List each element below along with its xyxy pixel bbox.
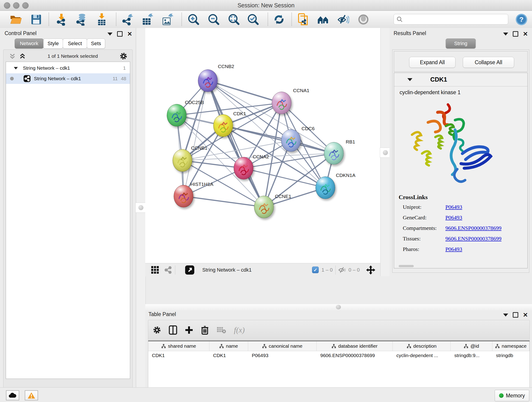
- tab-select[interactable]: Select: [63, 38, 87, 49]
- right-splitter[interactable]: [380, 28, 390, 276]
- genecard-link[interactable]: P06493: [445, 215, 462, 220]
- table-cell[interactable]: CDK1: [148, 351, 209, 361]
- tab-style[interactable]: Style: [43, 38, 63, 49]
- maximize-panel-icon[interactable]: [513, 31, 518, 37]
- import-network-button[interactable]: [54, 12, 69, 27]
- open-in-window-icon[interactable]: [185, 265, 195, 275]
- show-column-icon[interactable]: [169, 325, 177, 335]
- horizontal-splitter-handle[interactable]: [336, 305, 341, 309]
- protein-card-header[interactable]: CDK1: [394, 73, 527, 86]
- table-cell[interactable]: stringdb: [492, 351, 530, 361]
- table-cell[interactable]: stringdb:9...: [451, 351, 492, 361]
- table-cell[interactable]: P06493: [248, 351, 317, 361]
- export-image-button[interactable]: [161, 12, 175, 27]
- network-edge[interactable]: [184, 81, 208, 196]
- share-view-icon[interactable]: [164, 266, 172, 274]
- tissues-link[interactable]: 9606.ENSP00000378699: [445, 236, 501, 242]
- float-panel-icon[interactable]: [503, 32, 508, 36]
- import-network-from-database-button[interactable]: [75, 12, 89, 27]
- search-input[interactable]: [405, 16, 505, 22]
- horizontal-splitter[interactable]: [145, 304, 532, 310]
- export-network-button[interactable]: [120, 12, 134, 27]
- network-edge[interactable]: [184, 196, 264, 207]
- left-splitter-handle[interactable]: [135, 203, 146, 213]
- network-node-cdkn1a[interactable]: [316, 177, 335, 199]
- save-session-button[interactable]: [29, 12, 43, 27]
- network-node-ccnb1[interactable]: [172, 149, 192, 172]
- zoom-fit-button[interactable]: [227, 12, 241, 27]
- column-header-database-identifier[interactable]: database identifier: [317, 341, 393, 351]
- delete-column-icon[interactable]: [201, 325, 209, 335]
- expand-all-button[interactable]: Expand All: [409, 57, 456, 68]
- table-cell[interactable]: CDK1: [209, 351, 248, 361]
- open-session-button[interactable]: [9, 12, 23, 27]
- close-panel-icon[interactable]: ✕: [523, 32, 528, 36]
- network-node-ccna1[interactable]: [272, 92, 291, 114]
- network-node-ccne1[interactable]: [254, 196, 274, 218]
- column-header-description[interactable]: description: [393, 341, 451, 351]
- function-builder-icon[interactable]: f(x): [234, 326, 245, 334]
- float-panel-icon[interactable]: [503, 313, 508, 317]
- expand-all-icon[interactable]: [19, 53, 26, 60]
- column-header-name[interactable]: name: [209, 341, 248, 351]
- selected-checkbox[interactable]: ✓: [312, 267, 319, 273]
- network-canvas[interactable]: CCNB2CCNA1CDC25BCDK1CDC6RB1CCNB1CCNA2CDK…: [145, 28, 380, 263]
- compartments-link[interactable]: 9606.ENSP00000378699: [445, 225, 501, 231]
- gear-icon[interactable]: [153, 326, 161, 334]
- tab-string[interactable]: String: [446, 38, 476, 49]
- refresh-button[interactable]: [272, 12, 286, 27]
- network-edge[interactable]: [223, 126, 334, 153]
- pharos-link[interactable]: P06493: [445, 246, 462, 252]
- show-button[interactable]: [356, 12, 370, 27]
- results-scrollbar-thumb[interactable]: [399, 265, 414, 267]
- network-node-cdc6[interactable]: [281, 129, 301, 152]
- zoom-out-button[interactable]: [207, 12, 221, 27]
- search-box[interactable]: [394, 14, 508, 25]
- tab-sets[interactable]: Sets: [87, 38, 105, 49]
- collapse-all-icon[interactable]: [9, 53, 16, 60]
- network-node-ccna2[interactable]: [234, 157, 253, 179]
- column-header-canonical-name[interactable]: canonical name: [248, 341, 317, 351]
- right-splitter-handle[interactable]: [380, 148, 391, 158]
- delete-table-icon[interactable]: [216, 326, 226, 334]
- column-header-shared-name[interactable]: shared name: [148, 341, 209, 351]
- network-node-cdc25b[interactable]: [167, 104, 186, 127]
- network-node-rb1[interactable]: [324, 142, 344, 165]
- table-cell[interactable]: cyclin-dependent ...: [393, 351, 451, 361]
- memory-button[interactable]: Memory: [495, 390, 529, 401]
- warnings-button[interactable]: [25, 390, 38, 400]
- help-button[interactable]: ?: [514, 12, 529, 27]
- zoom-selected-button[interactable]: [246, 12, 260, 27]
- maximize-panel-icon[interactable]: [513, 312, 518, 318]
- share-document-button[interactable]: [296, 12, 310, 27]
- uniprot-link[interactable]: P06493: [445, 204, 462, 210]
- birds-eye-icon[interactable]: [366, 265, 376, 275]
- close-panel-icon[interactable]: ✕: [523, 313, 528, 317]
- collapse-card-icon[interactable]: [407, 78, 412, 81]
- network-node-cdk1[interactable]: [213, 114, 233, 137]
- gear-icon[interactable]: [120, 52, 127, 60]
- left-splitter[interactable]: [136, 28, 146, 387]
- column-header-namespace[interactable]: namespace: [492, 341, 530, 351]
- table-data-row[interactable]: CDK1CDK1P064939606.ENSP00000378699cyclin…: [148, 351, 530, 361]
- tab-network[interactable]: Network: [15, 38, 44, 49]
- zoom-in-button[interactable]: [186, 12, 201, 27]
- export-table-button[interactable]: [140, 12, 155, 27]
- collapse-all-button[interactable]: Collapse All: [463, 57, 514, 68]
- network-row-selected[interactable]: String Network – cdk1 11 48: [6, 73, 130, 84]
- cloud-button[interactable]: [6, 390, 19, 400]
- network-edge[interactable]: [208, 81, 282, 103]
- import-table-button[interactable]: [95, 12, 109, 27]
- network-collection-row[interactable]: String Network – cdk1 1: [6, 63, 130, 73]
- column-header--id[interactable]: @id: [451, 341, 492, 351]
- table-cell[interactable]: 9606.ENSP00000378699: [317, 351, 393, 361]
- network-node-hist1h1a[interactable]: [174, 185, 193, 207]
- home-button[interactable]: [316, 12, 330, 27]
- tree-expand-icon[interactable]: [14, 67, 18, 69]
- maximize-panel-icon[interactable]: [117, 31, 123, 37]
- add-column-icon[interactable]: [185, 326, 193, 334]
- grid-view-icon[interactable]: [151, 266, 159, 274]
- hide-button[interactable]: [336, 12, 350, 27]
- float-panel-icon[interactable]: [108, 32, 113, 36]
- close-panel-icon[interactable]: ✕: [127, 32, 132, 36]
